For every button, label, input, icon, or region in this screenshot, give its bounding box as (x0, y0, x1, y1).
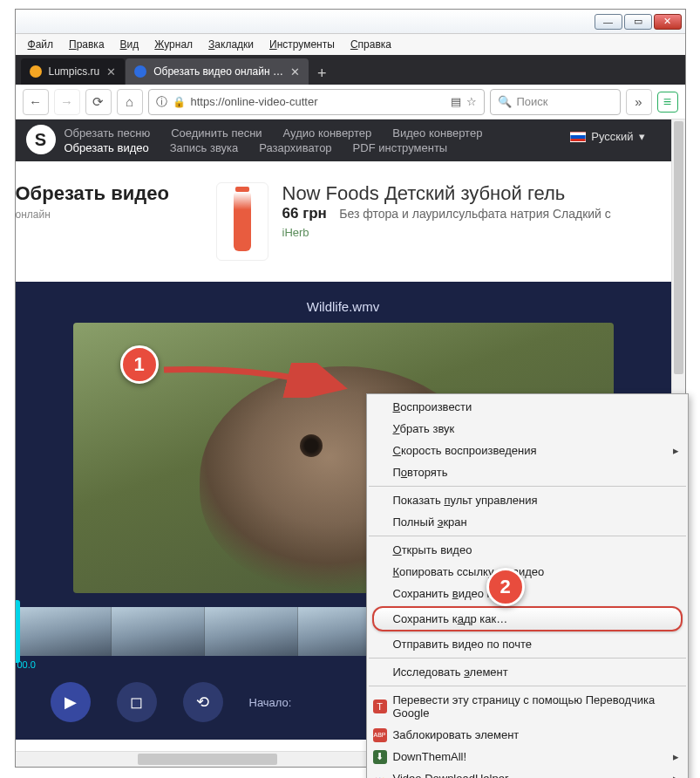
context-menu-item[interactable]: Исследовать элемент (367, 661, 688, 683)
context-menu-icon: T (373, 700, 387, 713)
context-menu-icon: ⬇ (373, 750, 387, 764)
context-menu-item[interactable]: Воспроизвести (367, 396, 688, 418)
annotation-marker-1: 1 (120, 345, 159, 384)
site-logo[interactable]: S (26, 125, 56, 154)
forward-button[interactable]: → (54, 89, 80, 115)
close-button[interactable]: ✕ (654, 14, 682, 30)
ad-title: Now Foods Детский зубной гель (282, 182, 671, 205)
search-box[interactable]: 🔍 Поиск (490, 89, 621, 115)
menu-журнал[interactable]: Журнал (147, 37, 200, 52)
tab-close-icon[interactable]: ✕ (290, 65, 300, 78)
context-menu-label: Перевести эту страницу с помощью Перевод… (393, 693, 665, 720)
back-button[interactable]: ← (23, 89, 49, 115)
context-menu-label: Скорость воспроизведения (393, 444, 537, 457)
bookmark-icon[interactable]: ☆ (466, 95, 477, 108)
flag-icon (570, 132, 586, 142)
timeline-thumb[interactable] (205, 607, 298, 656)
context-menu-label: Повторять (393, 466, 448, 479)
ad-description: Без фтора и лаурилсульфата натрия Сладки… (339, 207, 611, 221)
nav-link[interactable]: Разархиватор (259, 141, 331, 154)
menu-справка[interactable]: Справка (343, 37, 398, 52)
tab[interactable]: Lumpics.ru✕ (21, 58, 126, 85)
crop-button[interactable]: ◻ (117, 682, 157, 722)
language-selector[interactable]: Русский ▾ (570, 130, 644, 143)
toolbar: ← → ⟳ ⌂ ⓘ 🔒 https://online-video-cutter … (16, 85, 685, 119)
context-menu-label: Сохранить кадр как… (393, 612, 508, 625)
chevron-down-icon: ▾ (639, 130, 645, 143)
context-menu-item[interactable]: Сохранить кадр как… (372, 606, 683, 631)
context-menu-label: Открыть видео (393, 543, 472, 556)
reader-icon[interactable]: ▤ (451, 95, 461, 108)
context-menu-item[interactable]: Открыть видео (367, 539, 688, 561)
home-button[interactable]: ⌂ (117, 89, 143, 115)
context-menu-separator (369, 686, 686, 686)
trim-handle-start[interactable] (16, 600, 20, 663)
context-menu-item[interactable]: ⬇DownThemAll! (367, 746, 688, 768)
new-tab-button[interactable]: + (309, 62, 334, 85)
menu-инструменты[interactable]: Инструменты (262, 37, 342, 52)
start-label: Начало: (249, 696, 292, 709)
context-menu-item[interactable]: ●●●Video DownloadHelper (367, 768, 688, 778)
maximize-button[interactable]: ▭ (624, 14, 652, 30)
overflow-button[interactable]: » (626, 89, 652, 115)
reload-button[interactable]: ⟳ (85, 89, 112, 115)
minimize-button[interactable]: — (595, 14, 622, 30)
context-menu-separator (369, 536, 686, 536)
nav-link[interactable]: Соединить песни (171, 126, 262, 140)
nav-link[interactable]: Видео конвертер (392, 126, 482, 140)
context-menu-item[interactable]: Полный экран (367, 511, 688, 533)
info-icon: ⓘ (156, 94, 167, 110)
context-menu-item[interactable]: Убрать звук (367, 418, 688, 440)
annotation-marker-2: 2 (486, 568, 525, 606)
context-menu-item[interactable]: ABPЗаблокировать элемент (367, 724, 688, 746)
ad-banner[interactable]: Now Foods Детский зубной гель 66 грн Без… (216, 182, 671, 261)
context-menu-item[interactable]: Сохранить видео как (367, 583, 688, 604)
annotation-arrow (159, 363, 350, 398)
page-title: Обрезать видео (16, 182, 207, 205)
nav-link[interactable]: Обрезать песню (65, 126, 151, 140)
context-menu-item[interactable]: Скорость воспроизведения (367, 440, 688, 461)
context-menu-icon: ABP (373, 728, 387, 742)
favicon (134, 65, 146, 78)
menu-правка[interactable]: Правка (62, 37, 112, 52)
nav-link[interactable]: Обрезать видео (65, 141, 149, 154)
context-menu-item[interactable]: Повторять (367, 461, 688, 483)
context-menu: ВоспроизвестиУбрать звукСкорость воспрои… (366, 393, 689, 778)
tab[interactable]: Обрезать видео онлайн - обр✕ (126, 58, 309, 85)
context-menu-separator (369, 486, 686, 487)
context-menu-label: Показать пульт управления (393, 494, 538, 507)
hamburger-menu-button[interactable]: ≡ (657, 92, 678, 113)
nav-link[interactable]: Аудио конвертер (283, 126, 372, 140)
context-menu-item[interactable]: Копировать ссылку на видео (367, 561, 688, 583)
ad-image (216, 182, 268, 261)
tab-label: Lumpics.ru (49, 65, 100, 78)
timeline-thumb[interactable] (16, 607, 112, 656)
context-menu-separator (369, 658, 686, 659)
context-menu-label: Заблокировать элемент (393, 728, 520, 741)
tab-label: Обрезать видео онлайн - обр (153, 65, 283, 78)
language-label: Русский (591, 130, 633, 143)
context-menu-label: Отправить видео по почте (393, 638, 533, 651)
browser-window: — ▭ ✕ ФайлПравкаВидЖурналЗакладкиИнструм… (15, 9, 686, 768)
context-menu-label: DownThemAll! (393, 750, 467, 763)
menu-файл[interactable]: Файл (21, 37, 61, 52)
menu-bar: ФайлПравкаВидЖурналЗакладкиИнструментыСп… (16, 34, 685, 55)
lock-icon: 🔒 (173, 96, 186, 108)
context-menu-item[interactable]: TПеревести эту страницу с помощью Перево… (367, 689, 688, 724)
context-menu-label: Исследовать элемент (393, 665, 508, 679)
header-section: Обрезать видео онлайн Now Foods Детский … (16, 161, 671, 282)
timeline-thumb[interactable] (112, 607, 205, 656)
context-menu-label: Убрать звук (393, 422, 455, 435)
nav-link[interactable]: Запись звука (170, 141, 239, 154)
play-button[interactable]: ▶ (51, 682, 91, 722)
address-bar[interactable]: ⓘ 🔒 https://online-video-cutter ▤ ☆ (148, 89, 485, 115)
menu-закладки[interactable]: Закладки (201, 37, 261, 52)
context-menu-item[interactable]: Отправить видео по почте (367, 633, 688, 655)
nav-link[interactable]: PDF инструменты (353, 141, 448, 154)
rotate-button[interactable]: ⟲ (183, 682, 223, 722)
menu-вид[interactable]: Вид (113, 37, 146, 52)
context-menu-item[interactable]: Показать пульт управления (367, 489, 688, 511)
site-nav: S Обрезать песнюСоединить песниАудио кон… (16, 119, 671, 161)
tab-close-icon[interactable]: ✕ (106, 65, 116, 78)
search-icon: 🔍 (498, 95, 512, 108)
